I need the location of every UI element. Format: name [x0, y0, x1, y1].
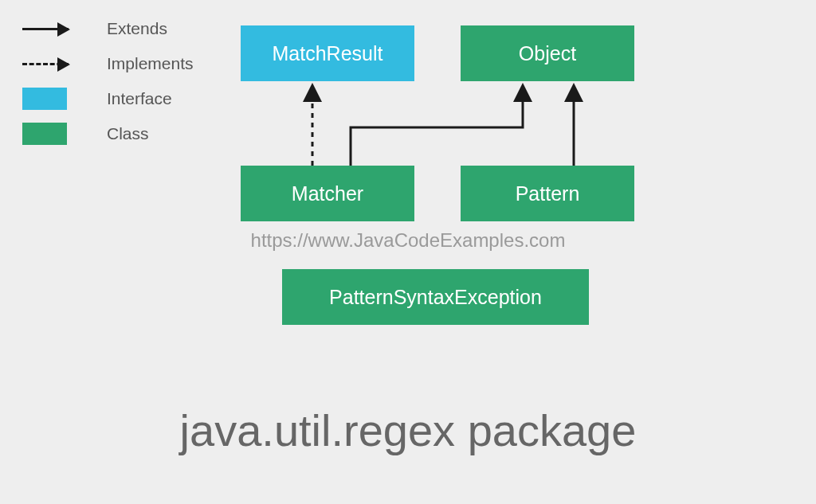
node-label: Object	[519, 42, 576, 65]
node-patternsyntaxexception: PatternSyntaxException	[282, 269, 589, 325]
diagram-title: java.util.regex package	[0, 404, 816, 456]
watermark: https://www.JavaCodeExamples.com	[0, 229, 816, 252]
legend-label-interface: Interface	[107, 89, 172, 108]
node-matcher: Matcher	[241, 166, 414, 221]
node-object: Object	[461, 25, 634, 81]
node-label: Matcher	[292, 182, 363, 205]
node-label: PatternSyntaxException	[329, 286, 542, 309]
legend-row-implements: Implements	[22, 51, 194, 76]
node-pattern: Pattern	[461, 166, 634, 221]
node-matchresult: MatchResult	[241, 25, 414, 81]
legend-row-interface: Interface	[22, 86, 194, 111]
legend-label-class: Class	[107, 124, 149, 143]
legend-row-extends: Extends	[22, 16, 194, 41]
arrow-solid-icon	[22, 28, 94, 30]
swatch-interface-icon	[22, 88, 94, 110]
swatch-class-icon	[22, 123, 94, 145]
legend-label-extends: Extends	[107, 19, 167, 38]
node-label: MatchResult	[273, 42, 383, 65]
legend-label-implements: Implements	[107, 54, 194, 73]
arrow-dashed-icon	[22, 63, 94, 65]
edge-matcher-object	[351, 88, 523, 166]
legend: Extends Implements Interface Class	[22, 16, 194, 156]
node-label: Pattern	[516, 182, 580, 205]
legend-row-class: Class	[22, 121, 194, 147]
